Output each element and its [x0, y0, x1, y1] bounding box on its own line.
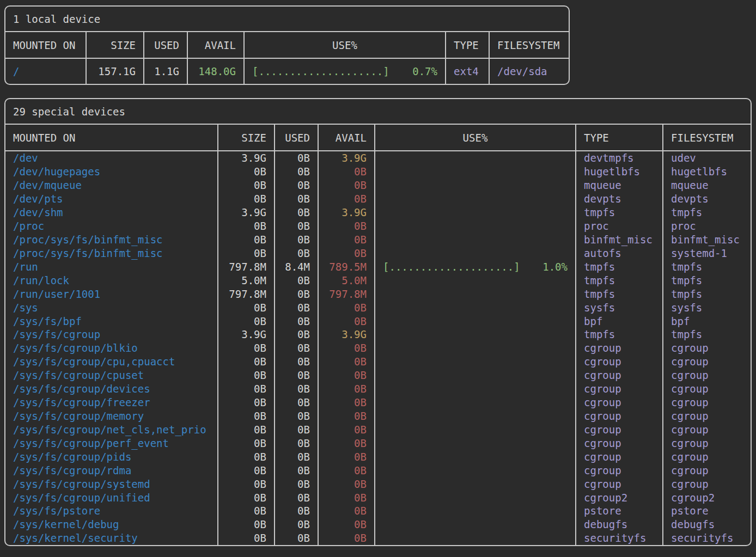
mount-point: /sys/fs/cgroup/cpu,cpuacct [5, 355, 217, 369]
table-row: /sys/fs/cgroup/unified0B0B0Bcgroup2cgrou… [5, 491, 751, 504]
mount-point: /sys/fs/pstore [5, 504, 217, 518]
fs-type: tmpfs [575, 287, 662, 301]
size-value: 0B [217, 233, 274, 247]
local-devices-table: 1 local device MOUNTED ONSIZEUSEDAVAILUS… [4, 5, 570, 85]
fs-type: sysfs [575, 301, 662, 314]
use-percent-cell [374, 504, 575, 518]
size-value: 0B [217, 463, 274, 477]
local-table-body: /157.1G1.1G148.0G[....................]0… [5, 59, 569, 84]
column-header-filesystem: FILESYSTEM [489, 32, 569, 58]
used-value: 0B [274, 341, 318, 355]
column-header-filesystem: FILESYSTEM [662, 125, 751, 150]
size-value: 0B [217, 518, 274, 531]
size-value: 0B [217, 219, 274, 233]
column-header-type: TYPE [575, 125, 662, 150]
use-percent-cell: [....................]0.7% [243, 59, 445, 84]
mount-point: /sys/fs/cgroup/perf_event [5, 436, 217, 450]
use-percent-cell [374, 341, 575, 355]
fs-type: pstore [575, 504, 662, 518]
used-value: 0B [274, 233, 318, 247]
filesystem-value: cgroup [662, 341, 751, 355]
use-percent-cell [374, 450, 575, 463]
mount-point: /sys/fs/bpf [5, 314, 217, 328]
fs-type: tmpfs [575, 328, 662, 341]
mount-point: /run/user/1001 [5, 287, 217, 301]
fs-type: cgroup2 [575, 491, 662, 504]
special-table-title: 29 special devices [5, 99, 751, 125]
column-header-use-percent: USE% [243, 32, 445, 58]
size-value: 797.8M [217, 260, 274, 273]
fs-type: cgroup [575, 341, 662, 355]
used-value: 0B [274, 423, 318, 436]
avail-value: 0B [318, 450, 374, 463]
use-percent-cell [374, 273, 575, 287]
table-row: /sys/kernel/debug0B0B0Bdebugfsdebugfs [5, 518, 751, 531]
mount-point: /sys/kernel/debug [5, 518, 217, 531]
table-row: /sys/fs/cgroup/memory0B0B0Bcgroupcgroup [5, 409, 751, 423]
used-value: 0B [274, 192, 318, 206]
avail-value: 0B [318, 436, 374, 450]
avail-value: 0B [318, 165, 374, 179]
size-value: 0B [217, 165, 274, 179]
column-header-type: TYPE [445, 32, 489, 58]
fs-type: bpf [575, 314, 662, 328]
fs-type: cgroup [575, 382, 662, 396]
fs-type: tmpfs [575, 260, 662, 273]
mount-point: /sys/fs/cgroup/memory [5, 409, 217, 423]
use-percent-cell [374, 531, 575, 545]
avail-value: 0B [318, 233, 374, 247]
size-value: 3.9G [217, 328, 274, 341]
used-value: 0B [274, 219, 318, 233]
used-value: 0B [274, 328, 318, 341]
used-value: 0B [274, 382, 318, 396]
mount-point: /sys/fs/cgroup/systemd [5, 477, 217, 491]
special-devices-table: 29 special devices MOUNTED ONSIZEUSEDAVA… [4, 98, 752, 546]
used-value: 1.1G [143, 59, 187, 84]
avail-value: 3.9G [318, 328, 374, 341]
filesystem-value: tmpfs [662, 287, 751, 301]
mount-point: /sys/fs/cgroup/rdma [5, 463, 217, 477]
column-header-avail: AVAIL [318, 125, 374, 150]
filesystem-value: proc [662, 219, 751, 233]
table-row: /sys/fs/cgroup/cpuset0B0B0Bcgroupcgroup [5, 369, 751, 382]
mount-point: /sys/fs/cgroup/pids [5, 450, 217, 463]
used-value: 0B [274, 409, 318, 423]
mount-point: /sys/kernel/security [5, 531, 217, 545]
mount-point: /sys/fs/cgroup/cpuset [5, 369, 217, 382]
size-value: 0B [217, 246, 274, 260]
table-row: /sys/fs/pstore0B0B0Bpstorepstore [5, 504, 751, 518]
use-percent-cell [374, 246, 575, 260]
size-value: 0B [217, 396, 274, 409]
avail-value: 3.9G [318, 151, 374, 165]
used-value: 0B [274, 246, 318, 260]
size-value: 5.0M [217, 273, 274, 287]
avail-value: 0B [318, 382, 374, 396]
table-row: /sys0B0B0Bsysfssysfs [5, 301, 751, 314]
usage-percent: 1.0% [542, 261, 568, 273]
used-value: 0B [274, 301, 318, 314]
avail-value: 0B [318, 518, 374, 531]
avail-value: 0B [318, 396, 374, 409]
filesystem-value: cgroup2 [662, 491, 751, 504]
use-percent-cell [374, 206, 575, 219]
fs-type: devtmpfs [575, 151, 662, 165]
fs-type: devpts [575, 192, 662, 206]
fs-type: securityfs [575, 531, 662, 545]
use-percent-cell [374, 314, 575, 328]
use-percent-cell [374, 301, 575, 314]
size-value: 0B [217, 369, 274, 382]
use-percent-cell [374, 382, 575, 396]
used-value: 0B [274, 436, 318, 450]
filesystem-value: cgroup [662, 355, 751, 369]
fs-type: cgroup [575, 436, 662, 450]
use-percent-cell [374, 355, 575, 369]
avail-value: 0B [318, 314, 374, 328]
avail-value: 0B [318, 179, 374, 192]
used-value: 0B [274, 504, 318, 518]
fs-type: cgroup [575, 396, 662, 409]
filesystem-value: tmpfs [662, 260, 751, 273]
used-value: 0B [274, 287, 318, 301]
size-value: 0B [217, 409, 274, 423]
local-table-title: 1 local device [5, 7, 569, 32]
fs-type: proc [575, 219, 662, 233]
